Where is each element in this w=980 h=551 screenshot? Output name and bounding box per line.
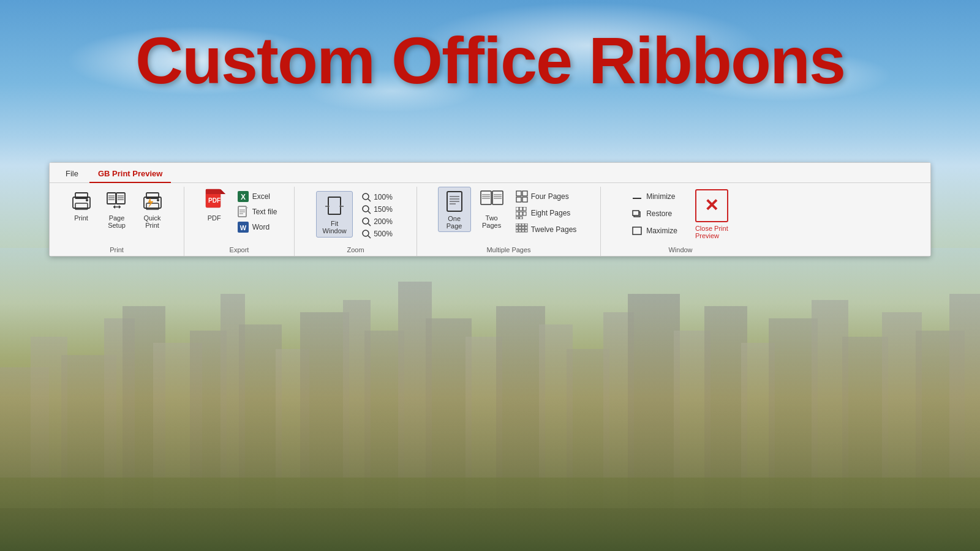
twelve-pages-button[interactable]: Twelve Pages [513, 222, 580, 237]
eight-pages-button[interactable]: Eight Pages [513, 206, 580, 220]
zoom-100-button[interactable]: 100% [359, 192, 395, 203]
restore-button[interactable]: Restore [628, 206, 680, 221]
svg-rect-114 [516, 230, 518, 232]
svg-rect-121 [633, 227, 641, 234]
svg-rect-102 [519, 212, 522, 216]
minimize-label: Minimize [646, 192, 675, 201]
text-file-label: Text file [252, 208, 277, 216]
page-setup-button[interactable]: Page Setup [101, 187, 133, 231]
print-label: Print [74, 214, 88, 222]
svg-marker-47 [113, 205, 115, 209]
maximize-label: Maximize [646, 227, 677, 235]
minimize-svg [631, 190, 643, 203]
fit-window-svg [322, 194, 347, 219]
svg-rect-90 [492, 191, 503, 204]
maximize-button[interactable]: Maximize [628, 223, 680, 238]
tab-gb-print-preview[interactable]: GB Print Preview [89, 167, 171, 183]
svg-line-76 [368, 211, 371, 214]
svg-rect-37 [107, 193, 116, 204]
group-window-label: Window [608, 244, 753, 256]
zoom-150-button[interactable]: 150% [359, 204, 395, 215]
pdf-svg: PDF [203, 188, 226, 214]
one-page-label: One Page [447, 215, 462, 230]
twelve-pages-label: Twelve Pages [531, 225, 577, 234]
zoom-150-icon [361, 204, 371, 214]
text-file-button[interactable]: Text file [234, 204, 281, 219]
eight-pages-label: Eight Pages [531, 209, 571, 217]
zoom-200-button[interactable]: 200% [359, 216, 395, 227]
maximize-icon [631, 225, 643, 237]
svg-text:PDF: PDF [208, 197, 221, 204]
svg-rect-32 [0, 248, 980, 551]
one-page-icon [442, 189, 467, 214]
svg-marker-56 [221, 189, 225, 194]
svg-rect-115 [519, 230, 521, 232]
word-button[interactable]: W Word [234, 220, 281, 234]
pdf-button[interactable]: PDF PDF [198, 187, 230, 223]
word-svg: W [237, 221, 249, 233]
window-controls: Minimize Restore [628, 189, 680, 238]
close-x: ✕ [704, 197, 718, 214]
group-zoom-label: Zoom [302, 244, 409, 256]
svg-marker-52 [148, 198, 153, 207]
word-icon: W [237, 221, 249, 233]
svg-rect-113 [525, 227, 527, 229]
zoom-150-label: 150% [374, 205, 393, 214]
group-window-content: Minimize Restore [628, 187, 733, 244]
print-svg [70, 189, 93, 212]
one-page-button[interactable]: One Page [438, 187, 471, 232]
print-icon [69, 189, 94, 213]
zoom-100-label: 100% [374, 193, 393, 201]
restore-icon [631, 208, 643, 220]
close-print-preview-button[interactable]: ✕ Close Print Preview [690, 187, 733, 242]
two-pages-svg [480, 189, 504, 213]
svg-rect-110 [516, 227, 518, 229]
ribbon-container: File GB Print Preview Print [49, 162, 931, 257]
pdf-label: PDF [208, 214, 221, 222]
svg-rect-94 [516, 191, 521, 196]
svg-rect-104 [516, 217, 519, 219]
restore-svg [631, 208, 643, 220]
two-pages-label: Two Pages [482, 214, 501, 229]
group-export-content: PDF PDF X Excel [198, 187, 281, 244]
group-export-label: Export [192, 244, 287, 256]
svg-line-78 [368, 223, 371, 226]
two-pages-button[interactable]: Two Pages [476, 187, 508, 231]
svg-rect-117 [525, 230, 527, 232]
four-pages-label: Four Pages [531, 192, 569, 201]
svg-rect-86 [481, 191, 491, 204]
svg-rect-99 [519, 207, 522, 211]
eight-pages-svg [516, 207, 528, 219]
group-zoom-content: Fit Window 100% [316, 187, 395, 244]
word-label: Word [252, 223, 270, 231]
svg-point-73 [363, 193, 369, 200]
svg-rect-109 [525, 223, 527, 226]
zoom-500-button[interactable]: 500% [359, 228, 395, 239]
minimize-button[interactable]: Minimize [628, 189, 680, 204]
excel-button[interactable]: X Excel [234, 189, 281, 204]
ribbon-tabs: File GB Print Preview [50, 163, 930, 183]
close-print-preview-icon: ✕ [695, 189, 728, 222]
text-file-svg [237, 206, 249, 218]
print-button[interactable]: Print [66, 187, 97, 223]
two-pages-icon [480, 189, 504, 213]
text-file-icon [237, 206, 249, 218]
four-pages-svg [516, 190, 528, 203]
group-window: Minimize Restore [601, 187, 760, 256]
tab-file[interactable]: File [57, 167, 87, 183]
svg-rect-108 [522, 223, 524, 226]
zoom-200-icon [361, 217, 371, 227]
svg-point-79 [363, 230, 369, 236]
close-print-preview-label: Close Print Preview [695, 225, 728, 239]
four-pages-icon [516, 190, 528, 203]
fit-window-label: Fit Window [323, 220, 347, 234]
pdf-icon: PDF [202, 189, 227, 213]
four-pages-button[interactable]: Four Pages [513, 189, 580, 204]
minimize-icon [631, 190, 643, 203]
quick-print-button[interactable]: Quick Print [137, 187, 168, 231]
fit-window-button[interactable]: Fit Window [316, 191, 353, 238]
zoom-100-icon [361, 192, 371, 202]
group-multiple-pages-content: One Page [438, 187, 580, 244]
title-area: Custom Office Ribbons [0, 24, 980, 97]
svg-rect-68 [328, 197, 341, 214]
